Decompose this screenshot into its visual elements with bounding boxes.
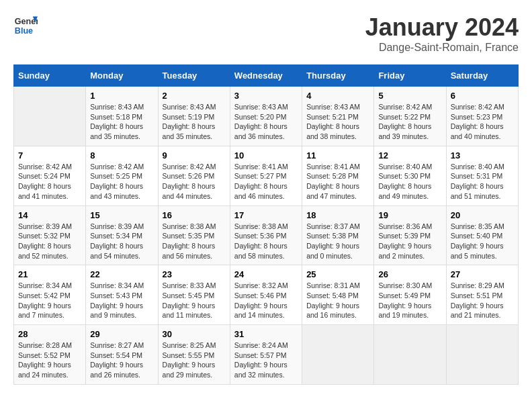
day-info: Sunrise: 8:42 AM Sunset: 5:24 PM Dayligh… — [18, 162, 81, 201]
sunset-text: Sunset: 5:42 PM — [18, 291, 81, 301]
calendar-cell: 27 Sunrise: 8:29 AM Sunset: 5:51 PM Dayl… — [446, 265, 518, 325]
sunset-text: Sunset: 5:39 PM — [378, 231, 441, 241]
calendar-cell: 29 Sunrise: 8:27 AM Sunset: 5:54 PM Dayl… — [86, 325, 158, 385]
sunrise-text: Sunrise: 8:39 AM — [18, 222, 81, 232]
calendar-cell: 15 Sunrise: 8:39 AM Sunset: 5:34 PM Dayl… — [86, 205, 158, 265]
day-number: 19 — [378, 210, 441, 220]
day-info: Sunrise: 8:43 AM Sunset: 5:19 PM Dayligh… — [163, 102, 226, 142]
sunrise-text: Sunrise: 8:38 AM — [163, 222, 226, 232]
sunrise-text: Sunrise: 8:39 AM — [90, 222, 153, 232]
calendar-cell — [302, 325, 374, 385]
sunset-text: Sunset: 5:23 PM — [451, 112, 514, 122]
day-number: 21 — [18, 269, 81, 279]
day-number: 4 — [306, 91, 369, 101]
day-number: 5 — [378, 91, 441, 101]
calendar-cell: 4 Sunrise: 8:43 AM Sunset: 5:21 PM Dayli… — [302, 87, 374, 146]
daylight-text: Daylight: 8 hours and 43 minutes. — [90, 181, 153, 201]
daylight-text: Daylight: 8 hours and 54 minutes. — [90, 241, 153, 261]
title-section: January 2024 Dange-Saint-Romain, France — [365, 13, 519, 54]
calendar-week-row: 7 Sunrise: 8:42 AM Sunset: 5:24 PM Dayli… — [14, 146, 519, 205]
daylight-text: Daylight: 8 hours and 49 minutes. — [378, 181, 441, 201]
daylight-text: Daylight: 8 hours and 40 minutes. — [451, 122, 514, 141]
weekday-header: Wednesday — [230, 65, 302, 87]
calendar-cell: 25 Sunrise: 8:31 AM Sunset: 5:48 PM Dayl… — [302, 265, 374, 325]
calendar-cell: 9 Sunrise: 8:42 AM Sunset: 5:26 PM Dayli… — [158, 146, 230, 205]
sunset-text: Sunset: 5:21 PM — [306, 112, 369, 122]
day-info: Sunrise: 8:36 AM Sunset: 5:39 PM Dayligh… — [378, 222, 441, 261]
day-info: Sunrise: 8:33 AM Sunset: 5:45 PM Dayligh… — [163, 281, 226, 320]
month-title: January 2024 — [365, 13, 519, 42]
daylight-text: Daylight: 8 hours and 58 minutes. — [234, 241, 298, 261]
weekday-header: Saturday — [446, 65, 518, 87]
weekday-header: Monday — [86, 65, 158, 87]
sunset-text: Sunset: 5:18 PM — [90, 112, 153, 122]
daylight-text: Daylight: 9 hours and 0 minutes. — [306, 241, 369, 261]
calendar-cell: 31 Sunrise: 8:24 AM Sunset: 5:57 PM Dayl… — [230, 325, 302, 385]
day-number: 2 — [163, 91, 226, 101]
daylight-text: Daylight: 8 hours and 52 minutes. — [18, 241, 81, 261]
day-info: Sunrise: 8:24 AM Sunset: 5:57 PM Dayligh… — [234, 340, 298, 380]
calendar-cell: 20 Sunrise: 8:35 AM Sunset: 5:40 PM Dayl… — [446, 205, 518, 265]
sunset-text: Sunset: 5:49 PM — [378, 291, 441, 301]
sunrise-text: Sunrise: 8:40 AM — [451, 162, 514, 172]
day-info: Sunrise: 8:39 AM Sunset: 5:32 PM Dayligh… — [18, 222, 81, 261]
sunrise-text: Sunrise: 8:43 AM — [163, 102, 226, 112]
day-number: 13 — [451, 150, 514, 161]
calendar-cell: 5 Sunrise: 8:42 AM Sunset: 5:22 PM Dayli… — [374, 87, 446, 146]
day-number: 7 — [18, 150, 81, 161]
header: General Blue January 2024 Dange-Saint-Ro… — [13, 13, 519, 54]
sunrise-text: Sunrise: 8:42 AM — [163, 162, 226, 172]
day-info: Sunrise: 8:40 AM Sunset: 5:30 PM Dayligh… — [378, 162, 441, 201]
calendar-cell: 18 Sunrise: 8:37 AM Sunset: 5:38 PM Dayl… — [302, 205, 374, 265]
daylight-text: Daylight: 8 hours and 38 minutes. — [306, 122, 369, 141]
svg-text:Blue: Blue — [15, 26, 33, 36]
day-number: 31 — [234, 329, 298, 339]
calendar-cell — [14, 87, 86, 146]
day-info: Sunrise: 8:38 AM Sunset: 5:36 PM Dayligh… — [234, 222, 298, 261]
daylight-text: Daylight: 8 hours and 35 minutes. — [90, 122, 153, 141]
day-info: Sunrise: 8:42 AM Sunset: 5:25 PM Dayligh… — [90, 162, 153, 201]
sunset-text: Sunset: 5:19 PM — [163, 112, 226, 122]
calendar-cell: 11 Sunrise: 8:41 AM Sunset: 5:28 PM Dayl… — [302, 146, 374, 205]
calendar-cell: 22 Sunrise: 8:34 AM Sunset: 5:43 PM Dayl… — [86, 265, 158, 325]
sunrise-text: Sunrise: 8:38 AM — [234, 222, 298, 232]
daylight-text: Daylight: 9 hours and 29 minutes. — [163, 360, 226, 379]
daylight-text: Daylight: 9 hours and 9 minutes. — [90, 301, 153, 320]
calendar-cell: 12 Sunrise: 8:40 AM Sunset: 5:30 PM Dayl… — [374, 146, 446, 205]
sunrise-text: Sunrise: 8:28 AM — [18, 340, 81, 351]
daylight-text: Daylight: 9 hours and 2 minutes. — [378, 241, 441, 261]
calendar-cell: 1 Sunrise: 8:43 AM Sunset: 5:18 PM Dayli… — [86, 87, 158, 146]
day-number: 26 — [378, 269, 441, 279]
calendar-cell: 8 Sunrise: 8:42 AM Sunset: 5:25 PM Dayli… — [86, 146, 158, 205]
day-number: 29 — [90, 329, 153, 339]
sunrise-text: Sunrise: 8:34 AM — [90, 281, 153, 291]
calendar-cell: 26 Sunrise: 8:30 AM Sunset: 5:49 PM Dayl… — [374, 265, 446, 325]
day-number: 28 — [18, 329, 81, 339]
sunset-text: Sunset: 5:30 PM — [378, 171, 441, 181]
sunset-text: Sunset: 5:32 PM — [18, 231, 81, 241]
calendar-week-row: 21 Sunrise: 8:34 AM Sunset: 5:42 PM Dayl… — [14, 265, 519, 325]
calendar-cell: 7 Sunrise: 8:42 AM Sunset: 5:24 PM Dayli… — [14, 146, 86, 205]
sunset-text: Sunset: 5:54 PM — [90, 351, 153, 361]
day-number: 12 — [378, 150, 441, 161]
sunset-text: Sunset: 5:40 PM — [451, 231, 514, 241]
day-info: Sunrise: 8:32 AM Sunset: 5:46 PM Dayligh… — [234, 281, 298, 320]
day-info: Sunrise: 8:43 AM Sunset: 5:20 PM Dayligh… — [234, 102, 298, 142]
daylight-text: Daylight: 8 hours and 47 minutes. — [306, 181, 369, 201]
sunrise-text: Sunrise: 8:32 AM — [234, 281, 298, 291]
daylight-text: Daylight: 9 hours and 26 minutes. — [90, 360, 153, 379]
day-info: Sunrise: 8:41 AM Sunset: 5:27 PM Dayligh… — [234, 162, 298, 201]
day-info: Sunrise: 8:35 AM Sunset: 5:40 PM Dayligh… — [451, 222, 514, 261]
sunrise-text: Sunrise: 8:42 AM — [90, 162, 153, 172]
daylight-text: Daylight: 9 hours and 5 minutes. — [451, 241, 514, 261]
daylight-text: Daylight: 9 hours and 24 minutes. — [18, 360, 81, 379]
daylight-text: Daylight: 9 hours and 21 minutes. — [451, 301, 514, 320]
sunrise-text: Sunrise: 8:43 AM — [234, 102, 298, 112]
day-info: Sunrise: 8:34 AM Sunset: 5:43 PM Dayligh… — [90, 281, 153, 320]
sunrise-text: Sunrise: 8:42 AM — [451, 102, 514, 112]
sunrise-text: Sunrise: 8:33 AM — [163, 281, 226, 291]
daylight-text: Daylight: 9 hours and 14 minutes. — [234, 301, 298, 320]
calendar-cell: 23 Sunrise: 8:33 AM Sunset: 5:45 PM Dayl… — [158, 265, 230, 325]
day-number: 18 — [306, 210, 369, 220]
sunrise-text: Sunrise: 8:40 AM — [378, 162, 441, 172]
